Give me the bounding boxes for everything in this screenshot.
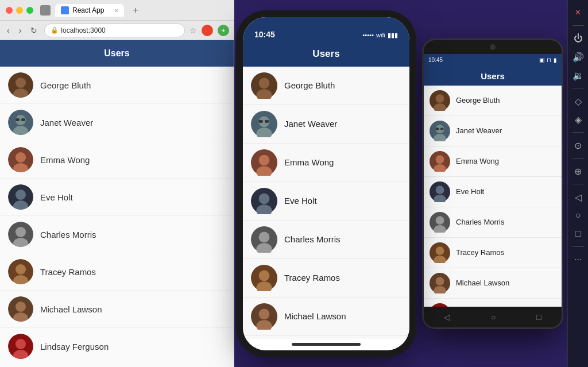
browser-user-item[interactable]: Janet Weaver bbox=[0, 104, 234, 141]
android-user-name: Tracey Ramos bbox=[456, 248, 504, 257]
ios-user-item[interactable]: Michael Lawson bbox=[243, 298, 409, 336]
ios-user-name: Tracey Ramos bbox=[284, 273, 340, 283]
android-user-item[interactable]: Emma Wong bbox=[424, 146, 562, 177]
user-name: Emma Wong bbox=[40, 155, 90, 165]
svg-point-47 bbox=[259, 270, 270, 281]
android-user-item[interactable]: George Bluth bbox=[424, 86, 562, 116]
browser-user-item[interactable]: Emma Wong bbox=[0, 141, 234, 179]
camera-button[interactable]: ⊙ bbox=[570, 137, 586, 153]
ios-user-item[interactable]: George Bluth bbox=[243, 67, 409, 105]
browser-user-item[interactable]: Tracey Ramos bbox=[0, 253, 234, 291]
tools-divider-2 bbox=[572, 88, 584, 88]
android-user-item[interactable]: Charles Morris bbox=[424, 207, 562, 238]
ios-user-avatar bbox=[251, 72, 277, 99]
browser-favicon bbox=[40, 5, 51, 16]
ios-users-header: Users bbox=[243, 43, 409, 67]
svg-rect-64 bbox=[436, 128, 439, 130]
browser-user-item[interactable]: Charles Morris bbox=[0, 216, 234, 253]
ios-user-avatar bbox=[251, 303, 277, 330]
user-name: Lindsay Ferguson bbox=[40, 342, 109, 351]
url-bar[interactable]: 🔒 localhost:3000 bbox=[44, 24, 185, 37]
bookmark-icon[interactable]: ☆ bbox=[189, 26, 197, 35]
forward-button[interactable]: › bbox=[17, 25, 24, 36]
svg-point-44 bbox=[259, 231, 270, 242]
home-bar bbox=[292, 343, 361, 346]
browser-user-list: George Bluth Janet Weaver Emma Wong Eve … bbox=[0, 67, 234, 367]
svg-rect-35 bbox=[259, 119, 263, 122]
user-name: Tracey Ramos bbox=[40, 267, 96, 277]
ios-user-item[interactable]: Charles Morris bbox=[243, 221, 409, 259]
browser-content: Users George Bluth Janet Weaver Emma Won… bbox=[0, 40, 234, 367]
eraser-button[interactable]: ◇ bbox=[570, 93, 586, 109]
ios-user-item[interactable]: Tracey Ramos bbox=[243, 259, 409, 298]
extension-icon-1[interactable] bbox=[202, 25, 213, 36]
android-phone: 10:45 ▣ ⊓ ▮ Users George Bluth Janet Wea… bbox=[424, 40, 562, 327]
browser-users-header: Users bbox=[0, 40, 234, 67]
ios-user-item[interactable]: Janet Weaver bbox=[243, 105, 409, 144]
svg-point-18 bbox=[16, 264, 26, 275]
android-user-item[interactable]: Janet Weaver bbox=[424, 116, 562, 146]
browser-user-item[interactable]: Eve Holt bbox=[0, 179, 234, 216]
ios-status-icons: ▪▪▪▪▪ wifi ▮▮▮ bbox=[363, 32, 398, 39]
android-user-list: George Bluth Janet Weaver Emma Wong Eve … bbox=[424, 86, 562, 307]
android-battery-icon: ▮ bbox=[554, 57, 557, 63]
svg-point-15 bbox=[16, 227, 26, 237]
circle-tool-button[interactable]: ○ bbox=[570, 207, 586, 223]
volume-up-button[interactable]: 🔊 bbox=[570, 49, 586, 65]
svg-point-67 bbox=[436, 155, 444, 164]
tab-close-button[interactable]: × bbox=[115, 7, 118, 14]
android-user-avatar bbox=[430, 273, 450, 293]
pencil-button[interactable]: ◈ bbox=[570, 111, 586, 128]
back-button[interactable]: ‹ bbox=[5, 25, 12, 36]
browser-addressbar: ‹ › ↻ 🔒 localhost:3000 ☆ + bbox=[0, 21, 234, 40]
back-tool-button[interactable]: ◁ bbox=[570, 189, 586, 205]
refresh-button[interactable]: ↻ bbox=[28, 25, 40, 36]
android-user-item[interactable]: Michael Lawson bbox=[424, 268, 562, 299]
ios-user-avatar bbox=[251, 111, 277, 137]
user-name: Charles Morris bbox=[40, 230, 96, 239]
ios-user-item[interactable]: Emma Wong bbox=[243, 144, 409, 182]
square-tool-button[interactable]: □ bbox=[570, 226, 586, 242]
close-traffic-light[interactable] bbox=[6, 7, 13, 14]
url-text: localhost:3000 bbox=[61, 26, 105, 34]
ios-home-indicator bbox=[243, 339, 409, 350]
user-avatar bbox=[8, 334, 33, 359]
browser-user-item[interactable]: Lindsay Ferguson bbox=[0, 328, 234, 365]
new-tab-button[interactable]: + bbox=[129, 3, 142, 17]
svg-point-41 bbox=[259, 193, 270, 204]
tools-close-button[interactable]: × bbox=[570, 5, 586, 21]
android-screen: 10:45 ▣ ⊓ ▮ Users George Bluth Janet Wea… bbox=[424, 54, 562, 307]
traffic-lights bbox=[6, 7, 33, 14]
more-tools-button[interactable]: ··· bbox=[570, 252, 586, 268]
android-top-bar bbox=[424, 40, 562, 54]
zoom-in-button[interactable]: ⊕ bbox=[570, 163, 586, 179]
android-recents-button[interactable]: □ bbox=[536, 312, 541, 322]
svg-point-76 bbox=[436, 246, 444, 255]
tools-divider-5 bbox=[572, 184, 584, 184]
browser-tab[interactable]: React App × bbox=[55, 4, 124, 17]
android-users-header: Users bbox=[424, 67, 562, 86]
svg-point-9 bbox=[16, 152, 26, 163]
extension-icon-2[interactable]: + bbox=[218, 25, 229, 36]
android-user-item[interactable]: Lindsay Ferguson bbox=[424, 299, 562, 307]
android-back-button[interactable]: ◁ bbox=[444, 312, 450, 322]
android-time: 10:45 bbox=[428, 57, 443, 63]
volume-down-button[interactable]: 🔉 bbox=[570, 67, 586, 83]
android-user-item[interactable]: Eve Holt bbox=[424, 177, 562, 207]
android-user-item[interactable]: Tracey Ramos bbox=[424, 238, 562, 268]
android-user-name: Eve Holt bbox=[456, 187, 484, 196]
maximize-traffic-light[interactable] bbox=[26, 7, 33, 14]
minimize-traffic-light[interactable] bbox=[16, 7, 23, 14]
svg-rect-36 bbox=[265, 119, 269, 122]
ios-user-item[interactable]: Eve Holt bbox=[243, 182, 409, 221]
browser-user-item[interactable]: Michael Lawson bbox=[0, 291, 234, 328]
ios-battery-icon: ▮▮▮ bbox=[388, 32, 398, 39]
user-avatar bbox=[8, 184, 33, 210]
browser-user-item[interactable]: George Bluth bbox=[0, 67, 234, 104]
svg-rect-65 bbox=[440, 128, 444, 130]
ios-user-avatar bbox=[251, 226, 277, 253]
android-home-button[interactable]: ○ bbox=[491, 312, 496, 322]
android-navbar: ◁ ○ □ bbox=[424, 307, 562, 327]
android-user-name: Janet Weaver bbox=[456, 126, 502, 135]
power-button[interactable]: ⏻ bbox=[570, 30, 586, 47]
